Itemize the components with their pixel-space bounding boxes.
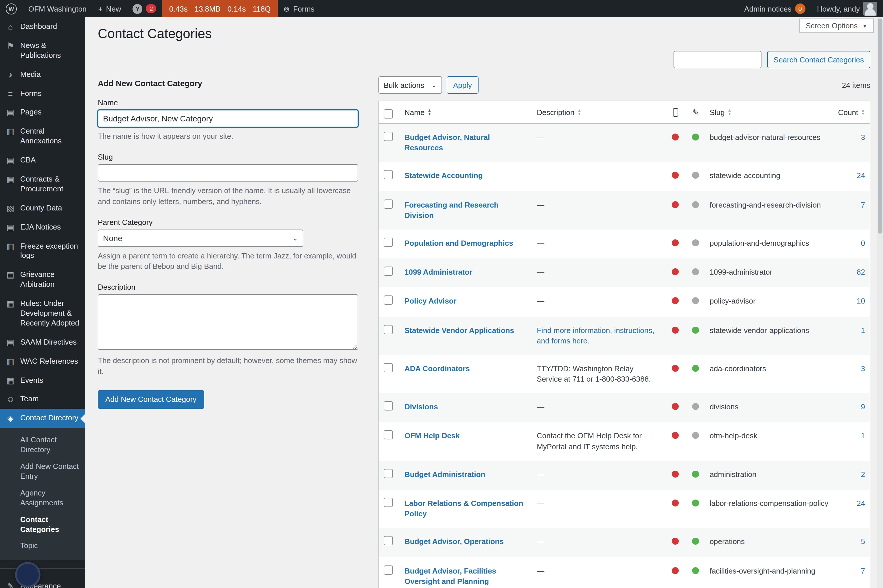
row-checkbox[interactable]	[384, 363, 393, 372]
sidebar-subitem-agency-assignments[interactable]: Agency Assignments	[0, 485, 85, 512]
sidebar-item-eja-notices[interactable]: ▤EJA Notices	[0, 218, 85, 237]
team-icon: ☺	[5, 394, 16, 404]
category-count-link[interactable]: 3	[861, 133, 865, 142]
sidebar-item-events[interactable]: ▦Events	[0, 371, 85, 390]
sidebar-item-saam-directives[interactable]: ▤SAAM Directives	[0, 333, 85, 352]
name-input[interactable]	[98, 110, 358, 127]
search-button[interactable]: Search Contact Categories	[767, 51, 870, 68]
category-slug: ofm-help-desk	[705, 422, 837, 450]
sidebar-item-forms[interactable]: ≡Forms	[0, 84, 85, 103]
category-name-link[interactable]: Statewide Vendor Applications	[405, 326, 514, 334]
column-header-description[interactable]: Description ▲▼	[532, 101, 664, 123]
row-checkbox[interactable]	[384, 498, 393, 507]
category-name-link[interactable]: Statewide Accounting	[405, 171, 483, 180]
category-name-link[interactable]: Policy Advisor	[405, 297, 457, 306]
sidebar-item-central-annexations[interactable]: ▥Central Annexations	[0, 122, 85, 151]
row-checkbox[interactable]	[384, 296, 393, 305]
category-name-link[interactable]: Population and Demographics	[405, 239, 513, 248]
sidebar-item-contact-directory[interactable]: ◈Contact Directory	[0, 409, 85, 428]
row-checkbox[interactable]	[384, 565, 393, 574]
parent-category-select[interactable]: None ⌄	[98, 229, 303, 247]
row-checkbox[interactable]	[384, 199, 393, 208]
row-checkbox[interactable]	[384, 402, 393, 411]
sidebar-subitem-add-new-contact-entry[interactable]: Add New Contact Entry	[0, 459, 85, 485]
category-slug: administration	[705, 461, 837, 489]
account-menu[interactable]: Howdy, andy	[811, 0, 883, 17]
sidebar-subitem-contact-categories[interactable]: Contact Categories	[0, 512, 85, 538]
column-header-slug[interactable]: Slug ▲▼	[705, 101, 837, 123]
category-name-link[interactable]: Divisions	[405, 403, 438, 411]
sidebar-item-news-publications[interactable]: ⚑News & Publications	[0, 36, 85, 65]
category-name-link[interactable]: Forecasting and Research Division	[405, 200, 498, 219]
column-header-pen[interactable]: ✎	[687, 101, 705, 123]
sidebar-item-media[interactable]: ♪Media	[0, 65, 85, 84]
category-count-link[interactable]: 1	[861, 432, 865, 440]
sidebar-subitem-all-contact-directory[interactable]: All Contact Directory	[0, 432, 85, 459]
sidebar-item-contracts-procurement[interactable]: ▦Contracts & Procurement	[0, 170, 85, 199]
category-count-link[interactable]: 2	[861, 470, 865, 479]
sidebar-item-appearance[interactable]: ✎Appearance	[0, 577, 85, 588]
query-monitor-menu[interactable]: 0.43s 13.8MB 0.14s 118Q	[162, 0, 278, 17]
category-count-link[interactable]: 82	[857, 268, 865, 276]
site-name-menu[interactable]: OFM Washington	[23, 0, 92, 17]
category-name-link[interactable]: Budget Administration	[405, 470, 485, 479]
admin-bar-left: W OFM Washington + New Y 2 0.43s 13.8MB …	[0, 0, 320, 17]
apply-button[interactable]: Apply	[447, 76, 478, 94]
category-count-link[interactable]: 5	[861, 537, 865, 546]
sidebar-item-rules-under-development[interactable]: ▦Rules: Under Development & Recently Ado…	[0, 294, 85, 333]
sidebar-item-team[interactable]: ☺Team	[0, 390, 85, 409]
sidebar-item-dashboard[interactable]: ⌂Dashboard	[0, 17, 85, 36]
category-name-link[interactable]: Budget Advisor, Natural Resources	[405, 133, 490, 152]
sidebar-item-county-data[interactable]: ▧County Data	[0, 199, 85, 218]
row-checkbox[interactable]	[384, 170, 393, 180]
description-textarea[interactable]	[98, 294, 358, 350]
sidebar-item-pages[interactable]: ▤Pages	[0, 103, 85, 122]
page-scrollbar[interactable]	[877, 17, 883, 588]
category-count-link[interactable]: 1	[861, 326, 865, 334]
column-header-name[interactable]: Name ▲▼	[400, 101, 532, 123]
row-checkbox[interactable]	[384, 536, 393, 546]
bulk-actions-select[interactable]: Bulk actions ⌄	[378, 76, 442, 94]
sidebar-item-grievance-arbitration[interactable]: ▤Grievance Arbitration	[0, 266, 85, 295]
row-checkbox[interactable]	[384, 325, 393, 334]
category-count-link[interactable]: 10	[857, 297, 865, 306]
category-name-link[interactable]: Budget Advisor, Facilities Oversight and…	[405, 566, 496, 585]
sidebar-item-freeze-exception-logs[interactable]: ▥Freeze exception logs	[0, 237, 85, 266]
category-count-link[interactable]: 24	[857, 499, 865, 508]
select-all-checkbox[interactable]	[384, 109, 393, 118]
category-count-link[interactable]: 0	[861, 239, 865, 248]
category-description[interactable]: Find more information, instructions, and…	[532, 316, 664, 355]
wordpress-logo-menu[interactable]: W	[0, 0, 23, 17]
category-count-link[interactable]: 3	[861, 364, 865, 373]
category-name-link[interactable]: Budget Advisor, Operations	[405, 537, 504, 546]
screen-options-button[interactable]: Screen Options ▼	[799, 18, 874, 33]
category-count-link[interactable]: 7	[861, 200, 865, 209]
category-name-link[interactable]: OFM Help Desk	[405, 432, 460, 440]
admin-notices-menu[interactable]: Admin notices 0	[739, 0, 811, 17]
category-name-link[interactable]: 1099 Administrator	[405, 268, 472, 276]
new-content-menu[interactable]: + New	[92, 0, 127, 17]
row-checkbox[interactable]	[384, 469, 393, 478]
category-count-link[interactable]: 24	[857, 171, 865, 180]
name-label: Name	[98, 98, 358, 107]
sidebar-subitem-topic[interactable]: Topic	[0, 538, 85, 555]
column-header-phone[interactable]	[665, 101, 687, 123]
search-input[interactable]	[674, 51, 761, 68]
scrollbar-thumb[interactable]	[878, 18, 882, 234]
sidebar-item-cba[interactable]: ▤CBA	[0, 151, 85, 170]
chat-widget-bubble[interactable]	[15, 562, 41, 587]
yoast-seo-menu[interactable]: Y 2	[127, 0, 162, 17]
row-checkbox[interactable]	[384, 132, 393, 141]
sidebar-item-wac-references[interactable]: ▥WAC References	[0, 352, 85, 371]
category-name-link[interactable]: Labor Relations & Compensation Policy	[405, 499, 523, 518]
forms-menu[interactable]: ⊚ Forms	[277, 0, 320, 17]
category-count-link[interactable]: 9	[861, 403, 865, 411]
category-count-link[interactable]: 7	[861, 566, 865, 575]
column-header-count[interactable]: Count ▲▼	[837, 101, 870, 123]
slug-input[interactable]	[98, 164, 358, 182]
add-category-button[interactable]: Add New Contact Category	[98, 390, 204, 409]
row-checkbox[interactable]	[384, 238, 393, 247]
row-checkbox[interactable]	[384, 430, 393, 440]
category-name-link[interactable]: ADA Coordinators	[405, 364, 470, 373]
row-checkbox[interactable]	[384, 267, 393, 276]
